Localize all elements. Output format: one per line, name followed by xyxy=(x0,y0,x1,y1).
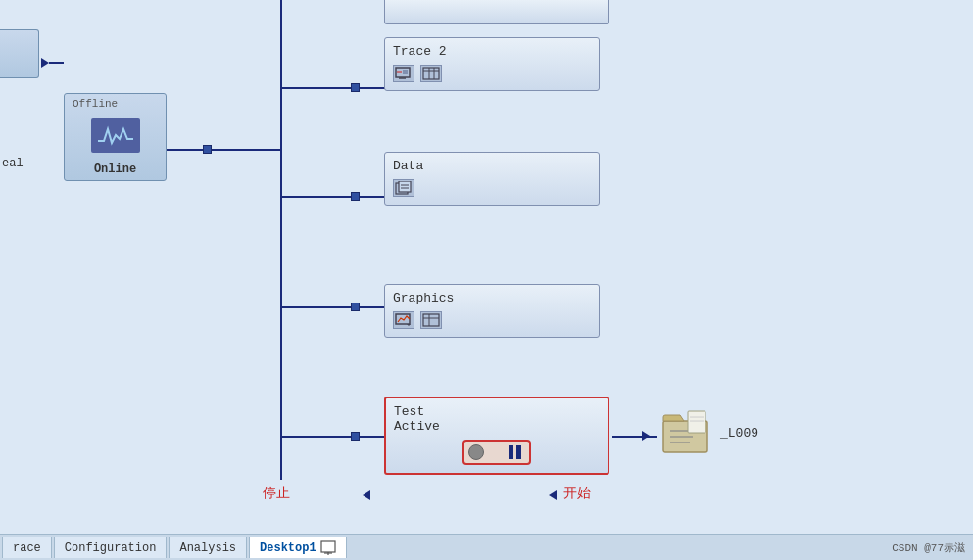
conn-h-trace2b xyxy=(360,87,387,89)
v-conn-3 xyxy=(280,306,282,436)
conn-h-trace2 xyxy=(280,87,351,89)
trace2-title: Trace 2 xyxy=(393,44,591,59)
conn-h-testactiveb xyxy=(360,436,387,438)
top-partial-card xyxy=(384,0,609,24)
pause-bar-1 xyxy=(509,445,513,459)
toggle-circle xyxy=(468,444,484,460)
sq-graphics xyxy=(351,303,360,311)
online-icon-area xyxy=(91,110,140,161)
online-block[interactable]: Offline Online xyxy=(64,93,167,181)
online-label: Online xyxy=(94,163,136,176)
trace2-icon1[interactable] xyxy=(393,65,414,82)
v-conn-1 xyxy=(280,87,282,196)
desktop1-tab-icon xyxy=(320,540,336,556)
offline-label: Offline xyxy=(73,98,118,110)
conn-h-graphicsb xyxy=(360,306,387,308)
svg-rect-2 xyxy=(403,70,408,74)
data-block[interactable]: Data xyxy=(384,152,600,206)
tab-bar: race Configuration Analysis Desktop1 CSD… xyxy=(0,534,973,560)
folder-svg xyxy=(658,409,712,456)
graphics-icons xyxy=(393,311,591,329)
graphics-title: Graphics xyxy=(393,291,591,305)
tab-analysis-label: Analysis xyxy=(179,541,236,555)
status-text: CSDN @77赤滋 xyxy=(892,540,965,555)
svg-rect-24 xyxy=(321,541,335,552)
testactive-title: Test Active xyxy=(394,404,600,434)
start-arrow xyxy=(549,490,557,500)
waveform-icon xyxy=(96,121,135,149)
testactive-block[interactable]: Test Active xyxy=(384,397,609,475)
data-icon1[interactable] xyxy=(393,179,414,197)
v-conn-2 xyxy=(280,196,282,306)
svg-rect-21 xyxy=(688,411,705,433)
tab-configuration-label: Configuration xyxy=(65,541,157,555)
conn-h-data xyxy=(280,196,351,198)
tab-trace[interactable]: race xyxy=(2,537,52,558)
tab-desktop1-label: Desktop1 xyxy=(260,541,316,555)
toggle-container xyxy=(394,440,600,465)
pause-bar-2 xyxy=(516,445,521,459)
data-icons xyxy=(393,179,591,197)
arrow-to-folder xyxy=(642,431,650,441)
folder-icon xyxy=(658,409,712,460)
conn-h-graphics xyxy=(280,306,351,308)
conn-h-1 xyxy=(49,62,64,64)
graphics-icon2[interactable] xyxy=(420,311,442,329)
tab-analysis[interactable]: Analysis xyxy=(169,537,247,558)
svg-marker-13 xyxy=(407,324,411,326)
left-partial-block xyxy=(0,29,39,78)
sq-testactive xyxy=(351,432,360,441)
arrow-left-in xyxy=(41,58,49,68)
trace2-block[interactable]: Trace 2 xyxy=(384,37,600,91)
start-label: 开始 xyxy=(563,485,591,502)
conn-h-online-out xyxy=(167,149,208,151)
svg-rect-4 xyxy=(423,68,439,79)
conn-h-testactive xyxy=(280,436,351,438)
graphics-block[interactable]: Graphics xyxy=(384,284,600,338)
tab-configuration[interactable]: Configuration xyxy=(54,537,168,558)
sq-data xyxy=(351,192,360,201)
conn-h-to-folder xyxy=(612,436,657,438)
tab-desktop1[interactable]: Desktop1 xyxy=(249,537,347,558)
tab-trace-label: race xyxy=(13,541,41,555)
conn-h-to-main xyxy=(212,149,280,151)
stop-arrow xyxy=(363,490,370,500)
online-icon-box xyxy=(91,118,140,153)
sq-online-out xyxy=(203,145,212,154)
trace2-icons xyxy=(393,65,591,82)
graphics-icon1[interactable] xyxy=(393,311,414,329)
eal-label: eal xyxy=(2,157,24,170)
svg-rect-14 xyxy=(423,314,439,326)
data-title: Data xyxy=(393,159,591,173)
svg-rect-9 xyxy=(399,181,411,192)
sq-trace2 xyxy=(351,83,360,92)
canvas-area: eal Offline Online Trace 2 xyxy=(0,0,973,534)
toggle-switch[interactable] xyxy=(462,440,531,465)
toggle-pause xyxy=(509,445,521,459)
trace2-icon2[interactable] xyxy=(420,65,442,82)
conn-h-datab xyxy=(360,196,387,198)
l009-label: _L009 xyxy=(720,426,758,441)
stop-label: 停止 xyxy=(263,485,290,502)
